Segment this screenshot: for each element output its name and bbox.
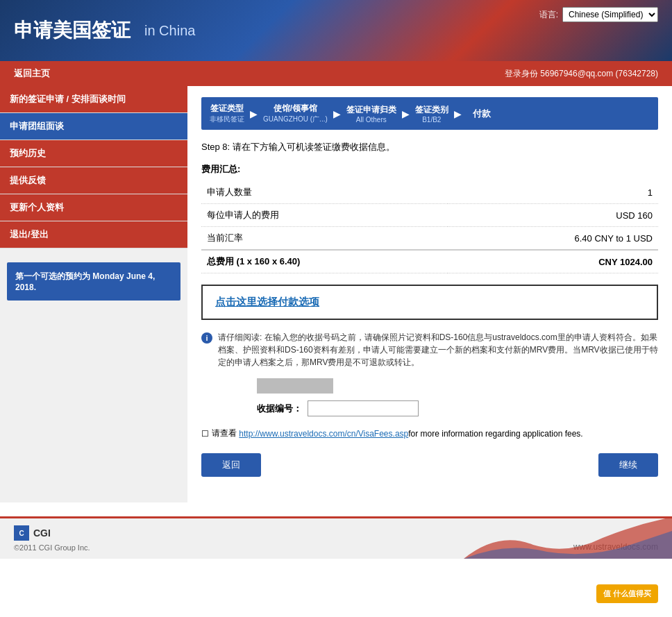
fee-row-count: 申请人数量 1: [201, 181, 658, 204]
external-link-icon: ☐: [201, 429, 209, 439]
sidebar-item-new-application[interactable]: 新的签证申请 / 安排面谈时间: [0, 86, 187, 113]
ext-link-pre: 请查看: [212, 428, 237, 439]
fee-row-per-person: 每位申请人的费用 USD 160: [201, 204, 658, 227]
footer-left: C CGI ©2011 CGI Group Inc.: [14, 525, 90, 552]
payment-option-link[interactable]: 点击这里选择付款选项: [215, 296, 319, 307]
header-title: 申请美国签证: [14, 17, 131, 44]
main-layout: 新的签证申请 / 安排面谈时间 申请团组面谈 预约历史 提供反馈 更新个人资料 …: [0, 86, 672, 502]
ext-link-post: for more information regarding applicati…: [408, 429, 582, 439]
fee-summary-title: 费用汇总:: [201, 163, 658, 176]
info-box: i 请仔细阅读: 在输入您的收据号码之前，请确保照片记资料和DS-160信息与u…: [201, 331, 658, 369]
footer: C CGI ©2011 CGI Group Inc. www.ustraveld…: [0, 516, 672, 559]
user-email: 56967946@qq.com: [540, 69, 613, 78]
back-button[interactable]: 返回: [201, 453, 261, 477]
breadcrumb-step-payment: 付款: [473, 108, 491, 120]
breadcrumb-arrow-2: ▶: [333, 108, 341, 119]
footer-cgi-text: CGI: [33, 527, 51, 539]
footer-logo: C CGI: [14, 525, 90, 541]
user-info: 登录身份 56967946@qq.com (76342728): [505, 68, 658, 80]
page-header: 申请美国签证 in China 语言: Chinese (Simplified)…: [0, 0, 672, 61]
lang-dropdown[interactable]: Chinese (Simplified) English: [562, 7, 658, 22]
breadcrumb-arrow-4: ▶: [454, 108, 462, 119]
header-subtitle: in China: [144, 23, 195, 39]
footer-wave-decoration: [464, 517, 672, 559]
ext-link[interactable]: http://www.ustraveldocs.com/cn/VisaFees.…: [239, 429, 408, 439]
sidebar-item-profile[interactable]: 更新个人资料: [0, 194, 187, 221]
step-instruction: Step 8: 请在下方输入可机读签证缴费收据信息。: [201, 141, 658, 153]
user-label: 登录身份: [505, 69, 538, 78]
ext-link-row: ☐ 请查看 http://www.ustraveldocs.com/cn/Vis…: [201, 428, 658, 439]
breadcrumb-step-embassy: 使馆/领事馆 GUANGZHOU (广...): [263, 103, 328, 124]
sidebar: 新的签证申请 / 安排面谈时间 申请团组面谈 预约历史 提供反馈 更新个人资料 …: [0, 86, 187, 502]
payment-option-box[interactable]: 点击这里选择付款选项: [201, 285, 658, 320]
fee-table: 申请人数量 1 每位申请人的费用 USD 160 当前汇率 6.40 CNY t…: [201, 181, 658, 273]
breadcrumb: 签证类型 非移民签证 ▶ 使馆/领事馆 GUANGZHOU (广...) ▶ 签…: [201, 97, 658, 130]
breadcrumb-step-visa-type: 签证类型 非移民签证: [210, 103, 244, 124]
fee-row-exchange-rate: 当前汇率 6.40 CNY to 1 USD: [201, 227, 658, 251]
info-text: 请仔细阅读: 在输入您的收据号码之前，请确保照片记资料和DS-160信息与ust…: [218, 331, 658, 369]
breadcrumb-arrow-1: ▶: [250, 108, 258, 119]
button-row: 返回 继续: [201, 453, 658, 477]
nav-bar: 返回主页 登录身份 56967946@qq.com (76342728): [0, 61, 672, 86]
user-id: (76342728): [616, 69, 658, 78]
continue-button[interactable]: 继续: [598, 453, 658, 477]
receipt-row: 收据编号：: [201, 400, 658, 416]
info-icon: i: [201, 332, 212, 344]
sidebar-notice: 第一个可选的预约为 Monday June 4, 2018.: [7, 262, 180, 301]
breadcrumb-arrow-3: ▶: [402, 108, 410, 119]
lang-label: 语言:: [539, 9, 558, 21]
receipt-image-placeholder: [257, 378, 333, 394]
home-link[interactable]: 返回主页: [14, 67, 50, 80]
receipt-input[interactable]: [308, 400, 419, 416]
content-area: 签证类型 非移民签证 ▶ 使馆/领事馆 GUANGZHOU (广...) ▶ 签…: [187, 86, 672, 502]
cgi-logo-box: C: [14, 525, 29, 541]
sidebar-item-feedback[interactable]: 提供反馈: [0, 167, 187, 194]
language-selector[interactable]: 语言: Chinese (Simplified) English: [539, 7, 658, 22]
receipt-label: 收据编号：: [257, 403, 302, 415]
footer-copyright: ©2011 CGI Group Inc.: [14, 543, 90, 552]
sidebar-item-logout[interactable]: 退出/登出: [0, 221, 187, 248]
breadcrumb-step-visa-class: 签证类别 B1/B2: [415, 104, 448, 124]
breadcrumb-step-category: 签证申请归类 All Others: [346, 104, 396, 124]
sidebar-item-history[interactable]: 预约历史: [0, 140, 187, 167]
sidebar-item-group-interview[interactable]: 申请团组面谈: [0, 113, 187, 140]
fee-total-row: 总费用 (1 x 160 x 6.40) CNY 1024.00: [201, 250, 658, 273]
